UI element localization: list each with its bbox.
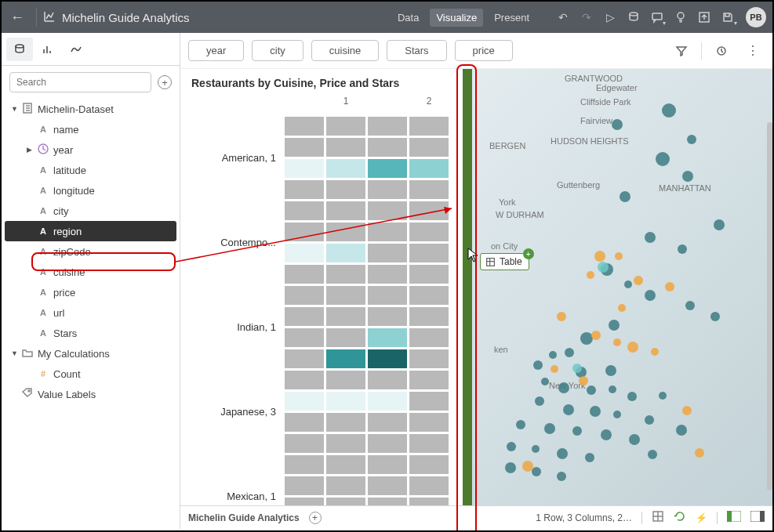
map-dot[interactable] bbox=[557, 472, 566, 481]
scrollbar-thumb[interactable] bbox=[767, 122, 772, 490]
heat-cell[interactable] bbox=[409, 476, 449, 495]
save-icon[interactable]: ▾ bbox=[716, 5, 739, 29]
map-dot[interactable] bbox=[572, 426, 582, 436]
map-dot[interactable] bbox=[590, 406, 601, 417]
map-dot[interactable] bbox=[648, 450, 657, 459]
heat-cell[interactable] bbox=[409, 138, 449, 157]
map-dot[interactable] bbox=[609, 320, 620, 331]
heat-cell[interactable] bbox=[326, 349, 365, 368]
heat-cell[interactable] bbox=[409, 117, 449, 136]
map-dot[interactable] bbox=[618, 304, 626, 312]
user-avatar[interactable]: PB bbox=[746, 7, 766, 27]
map-dot[interactable] bbox=[615, 252, 623, 260]
heat-cell[interactable] bbox=[368, 392, 407, 411]
heat-cell[interactable] bbox=[409, 498, 449, 505]
heat-cell[interactable] bbox=[409, 307, 449, 326]
map-dot[interactable] bbox=[594, 251, 605, 262]
map-dot[interactable] bbox=[687, 135, 696, 144]
trend-panel-tab[interactable] bbox=[63, 38, 89, 61]
map-dot[interactable] bbox=[613, 338, 621, 346]
calc-folder[interactable]: ▼ My Calculations bbox=[5, 343, 176, 364]
data-panel-tab[interactable] bbox=[6, 38, 33, 61]
map-dot[interactable] bbox=[710, 312, 720, 321]
map-dot[interactable] bbox=[624, 280, 632, 288]
heat-cell[interactable] bbox=[409, 265, 449, 284]
map-dot[interactable] bbox=[532, 445, 540, 453]
heat-cell[interactable] bbox=[409, 392, 449, 411]
heat-cell[interactable] bbox=[285, 328, 324, 347]
pill-price[interactable]: price bbox=[455, 40, 513, 61]
comment-icon[interactable]: ▾ bbox=[645, 5, 669, 29]
map-dot[interactable] bbox=[557, 312, 566, 321]
heat-cell[interactable] bbox=[409, 286, 449, 305]
heat-cell[interactable] bbox=[409, 371, 449, 389]
heat-cell[interactable] bbox=[368, 349, 407, 368]
heat-cell[interactable] bbox=[326, 498, 365, 505]
map-dot[interactable] bbox=[620, 191, 630, 202]
heat-cell[interactable] bbox=[409, 328, 449, 347]
map-dot[interactable] bbox=[659, 392, 667, 400]
heat-cell[interactable] bbox=[368, 265, 407, 284]
map-dot[interactable] bbox=[585, 453, 594, 462]
heat-cell[interactable] bbox=[326, 244, 365, 262]
add-field-button[interactable]: + bbox=[158, 75, 172, 89]
heat-cell[interactable] bbox=[326, 180, 365, 199]
map-dot[interactable] bbox=[549, 351, 557, 359]
grid-icon[interactable] bbox=[652, 510, 664, 525]
field-zipCode[interactable]: AzipCode bbox=[5, 241, 176, 262]
heat-cell[interactable] bbox=[326, 265, 365, 284]
map-dot[interactable] bbox=[714, 219, 725, 230]
heat-cell[interactable] bbox=[368, 117, 407, 136]
field-region[interactable]: Aregion bbox=[5, 221, 176, 241]
field-name[interactable]: Aname bbox=[5, 119, 176, 139]
heat-cell[interactable] bbox=[368, 138, 407, 157]
heat-cell[interactable] bbox=[326, 413, 365, 432]
heat-cell[interactable] bbox=[326, 138, 365, 157]
map-dot[interactable] bbox=[682, 406, 692, 415]
value-labels[interactable]: Value Labels bbox=[5, 384, 176, 404]
map-dot[interactable] bbox=[645, 290, 656, 301]
heat-cell[interactable] bbox=[409, 159, 449, 178]
heat-cell[interactable] bbox=[285, 392, 324, 411]
heat-cell[interactable] bbox=[326, 455, 365, 474]
pill-city[interactable]: city bbox=[252, 40, 303, 61]
heat-cell[interactable] bbox=[285, 413, 324, 432]
layout-right-icon[interactable] bbox=[750, 511, 765, 524]
map-dot[interactable] bbox=[665, 282, 674, 291]
heat-cell[interactable] bbox=[285, 286, 324, 305]
heat-cell[interactable] bbox=[368, 286, 407, 305]
heat-cell[interactable] bbox=[285, 476, 324, 495]
heat-cell[interactable] bbox=[326, 117, 365, 136]
heatmap-viz[interactable]: Restaurants by Cuisine, Price and Stars … bbox=[180, 69, 463, 505]
map-dot[interactable] bbox=[645, 232, 656, 243]
heat-cell[interactable] bbox=[326, 434, 365, 453]
heat-cell[interactable] bbox=[409, 455, 449, 474]
add-sheet-button[interactable]: + bbox=[309, 512, 322, 524]
dataset-node[interactable]: ▼ Michelin-Dataset bbox=[5, 99, 176, 119]
map-dot[interactable] bbox=[605, 365, 616, 376]
heat-cell[interactable] bbox=[368, 307, 407, 326]
map-dot[interactable] bbox=[695, 448, 704, 458]
heat-cell[interactable] bbox=[409, 180, 449, 199]
map-dot[interactable] bbox=[516, 420, 525, 429]
map-dot[interactable] bbox=[558, 382, 569, 393]
field-cuisine[interactable]: Acuisine bbox=[5, 262, 176, 282]
map-dot[interactable] bbox=[651, 348, 659, 356]
heat-cell[interactable] bbox=[285, 223, 324, 241]
map-dot[interactable] bbox=[676, 425, 687, 436]
heat-cell[interactable] bbox=[368, 223, 407, 241]
map-dot[interactable] bbox=[613, 411, 621, 418]
heat-cell[interactable] bbox=[409, 201, 449, 220]
map-dot[interactable] bbox=[634, 276, 643, 285]
heat-cell[interactable] bbox=[326, 371, 365, 389]
map-dot[interactable] bbox=[532, 467, 541, 476]
map-dot[interactable] bbox=[645, 415, 654, 425]
heat-cell[interactable] bbox=[285, 434, 324, 453]
map-dot[interactable] bbox=[565, 348, 574, 357]
heat-cell[interactable] bbox=[285, 265, 324, 284]
bolt-icon[interactable]: ⚡ bbox=[696, 512, 707, 523]
field-city[interactable]: Acity bbox=[5, 201, 176, 221]
tab-visualize[interactable]: Visualize bbox=[430, 9, 483, 27]
map-dot[interactable] bbox=[587, 271, 594, 279]
bulb-icon[interactable] bbox=[669, 5, 692, 29]
